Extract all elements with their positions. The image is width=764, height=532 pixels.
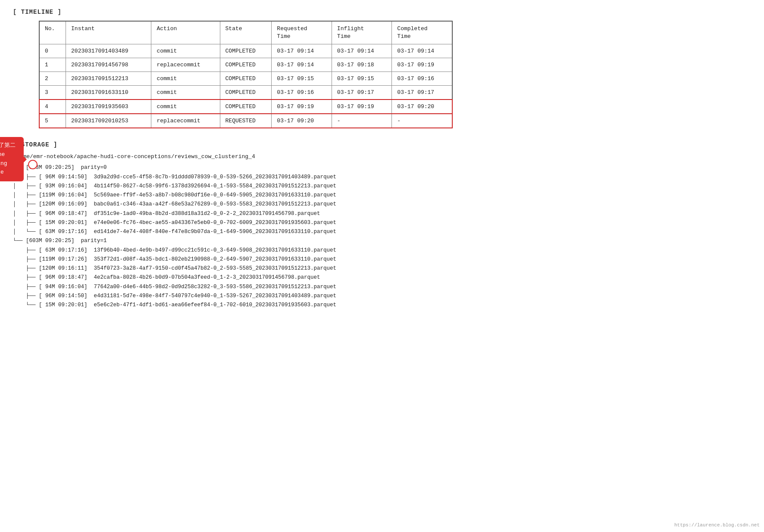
col-header-action: Action <box>151 21 220 44</box>
col-header-no: No. <box>39 21 66 44</box>
timeline-label: [ TIMELINE ] <box>13 9 751 16</box>
table-cell: COMPLETED <box>220 58 272 72</box>
storage-tree: ├── [603M 09:20:25] parity=0 │ ├── [ 96M… <box>13 163 751 310</box>
table-cell: 03-17 09:17 <box>392 86 452 100</box>
table-cell: 03-17 09:19 <box>332 100 391 114</box>
table-cell: 03-17 09:18 <box>332 58 391 72</box>
table-row: 220230317091512213commitCOMPLETED03-17 0… <box>39 72 452 86</box>
table-cell: commit <box>151 86 220 100</box>
storage-label: [ STORAGE ] <box>13 141 751 148</box>
timeline-wrapper: 这次提交触发了第二次 Inline Clustering Schedule No… <box>13 21 751 128</box>
table-row: 320230317091633110commitCOMPLETED03-17 0… <box>39 86 452 100</box>
table-cell: 03-17 09:16 <box>392 72 452 86</box>
table-cell: 03-17 09:20 <box>392 100 452 114</box>
col-header-completed: CompletedTime <box>392 21 452 44</box>
col-header-inflight: InflightTime <box>332 21 391 44</box>
table-cell: REQUESTED <box>220 114 272 128</box>
table-cell: 03-17 09:14 <box>332 44 391 58</box>
col-header-state: State <box>220 21 272 44</box>
callout-box: 这次提交触发了第二次 Inline Clustering Schedule <box>0 137 24 181</box>
table-cell: 20230317091935603 <box>66 100 151 114</box>
table-cell: 5 <box>39 114 66 128</box>
table-cell: 03-17 09:19 <box>272 100 332 114</box>
table-cell: COMPLETED <box>220 86 272 100</box>
table-cell: replacecommit <box>151 58 220 72</box>
table-cell: 20230317091456798 <box>66 58 151 72</box>
table-cell: 3 <box>39 86 66 100</box>
table-cell: 03-17 09:14 <box>392 44 452 58</box>
callout-text: 这次提交触发了第二次 Inline Clustering Schedule <box>0 142 16 175</box>
table-cell: COMPLETED <box>220 72 272 86</box>
table-cell: commit <box>151 72 220 86</box>
table-cell: 20230317091633110 <box>66 86 151 100</box>
table-cell: COMPLETED <box>220 100 272 114</box>
table-cell: 03-17 09:20 <box>272 114 332 128</box>
table-row: 020230317091403489commitCOMPLETED03-17 0… <box>39 44 452 58</box>
table-row: 520230317092010253replacecommitREQUESTED… <box>39 114 452 128</box>
table-cell: - <box>392 114 452 128</box>
table-cell: 03-17 09:14 <box>272 44 332 58</box>
table-cell: COMPLETED <box>220 44 272 58</box>
table-cell: commit <box>151 44 220 58</box>
col-header-instant: Instant <box>66 21 151 44</box>
timeline-table: No. Instant Action State RequestedTime I… <box>39 21 453 128</box>
table-cell: commit <box>151 100 220 114</box>
table-cell: - <box>332 114 391 128</box>
table-cell: replacecommit <box>151 114 220 128</box>
table-cell: 20230317091403489 <box>66 44 151 58</box>
table-cell: 03-17 09:15 <box>332 72 391 86</box>
table-cell: 0 <box>39 44 66 58</box>
table-cell: 03-17 09:16 <box>272 86 332 100</box>
table-cell: 20230317091512213 <box>66 72 151 86</box>
table-cell: 4 <box>39 100 66 114</box>
table-cell: 20230317092010253 <box>66 114 151 128</box>
table-cell: 03-17 09:14 <box>272 58 332 72</box>
table-cell: 1 <box>39 58 66 72</box>
table-cell: 03-17 09:15 <box>272 72 332 86</box>
table-cell: 03-17 09:19 <box>392 58 452 72</box>
table-row: 420230317091935603commitCOMPLETED03-17 0… <box>39 100 452 114</box>
col-header-requested: RequestedTime <box>272 21 332 44</box>
storage-path: /home/emr-notebook/apache-hudi-core-conc… <box>13 153 751 160</box>
table-cell: 03-17 09:17 <box>332 86 391 100</box>
storage-section: [ STORAGE ] /home/emr-notebook/apache-hu… <box>13 141 751 310</box>
table-cell: 2 <box>39 72 66 86</box>
table-row: 120230317091456798replacecommitCOMPLETED… <box>39 58 452 72</box>
